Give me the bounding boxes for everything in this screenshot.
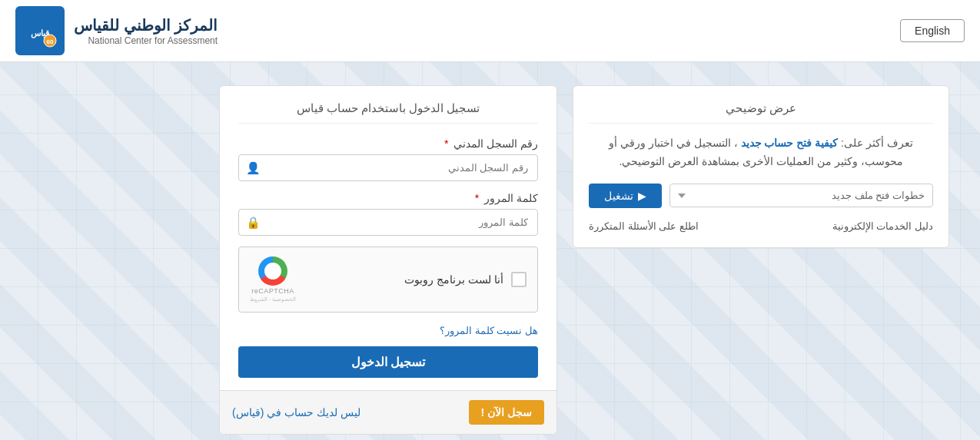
captcha-box: أنا لست برنامج روبوت reCAPTCHA الخصوصية … xyxy=(238,246,538,313)
logo-arabic-name: المركز الوطني للقياس xyxy=(74,15,218,35)
play-icon: ▶ xyxy=(638,190,646,202)
forgot-password-row: هل نسيت كلمة المرور؟ xyxy=(238,323,538,337)
no-account-text: ليس لديك حساب في (قياس) xyxy=(232,406,360,418)
recaptcha-privacy: الخصوصية - الشروط xyxy=(250,296,296,303)
site-header: English المركز الوطني للقياس National Ce… xyxy=(0,0,980,62)
guide-link[interactable]: دليل الخدمات الإلكترونية xyxy=(832,220,933,232)
main-content-area: عرض توضيحي تعرف أكثر على: كيفية فتح حساب… xyxy=(0,62,980,440)
logo-english-name: National Center for Assessment xyxy=(74,35,218,46)
demo-actions-row: ▶ تشغيل خطوات فتح ملف جديد xyxy=(589,184,933,208)
lock-icon: 🔒 xyxy=(246,216,261,230)
captcha-checkbox[interactable] xyxy=(511,272,527,287)
captcha-label: أنا لست برنامج روبوت xyxy=(404,273,503,286)
recaptcha-icon xyxy=(258,256,287,286)
recaptcha-brand: reCAPTCHA xyxy=(251,287,294,295)
person-icon: 👤 xyxy=(246,161,261,175)
national-id-wrapper: 👤 xyxy=(238,154,538,181)
login-panel: تسجيل الدخول باستخدام حساب قياس رقم السج… xyxy=(219,85,557,435)
login-button[interactable]: تسجيل الدخول xyxy=(238,346,538,378)
recaptcha-inner xyxy=(264,263,281,280)
demo-description: تعرف أكثر على: كيفية فتح حساب جديد ، الت… xyxy=(589,134,933,171)
register-bar: سجل الآن ! ليس لديك حساب في (قياس) xyxy=(220,390,556,434)
national-id-input[interactable] xyxy=(238,154,538,181)
demo-video-dropdown[interactable]: خطوات فتح ملف جديد xyxy=(669,184,933,207)
svg-text:60: 60 xyxy=(47,38,54,45)
english-language-button[interactable]: English xyxy=(900,19,965,42)
demo-links-row: دليل الخدمات الإلكترونية اطلع على الأسئل… xyxy=(589,220,933,232)
demo-link-new-account: كيفية فتح حساب جديد xyxy=(741,137,839,149)
no-account-link[interactable]: ليس لديك حساب في (قياس) xyxy=(232,406,360,418)
faq-link[interactable]: اطلع على الأسئلة المتكررة xyxy=(589,220,699,232)
logo-text: المركز الوطني للقياس National Center for… xyxy=(74,15,218,46)
login-panel-title: تسجيل الدخول باستخدام حساب قياس xyxy=(238,101,538,124)
password-label: كلمة المرور * xyxy=(238,192,538,204)
national-id-label: رقم السجل المدني * xyxy=(238,137,538,150)
logo-icon-box: قياس 60 xyxy=(15,6,65,55)
register-now-button[interactable]: سجل الآن ! xyxy=(469,400,544,425)
demo-panel-title: عرض توضيحي xyxy=(589,101,933,124)
password-input[interactable] xyxy=(238,209,538,236)
logo-container: المركز الوطني للقياس National Center for… xyxy=(15,6,218,55)
recaptcha-logo: reCAPTCHA الخصوصية - الشروط xyxy=(250,256,296,303)
captcha-left: أنا لست برنامج روبوت xyxy=(404,272,527,287)
forgot-password-link[interactable]: هل نسيت كلمة المرور؟ xyxy=(440,325,538,336)
password-wrapper: 🔒 xyxy=(238,209,538,236)
demo-panel: عرض توضيحي تعرف أكثر على: كيفية فتح حساب… xyxy=(573,85,949,248)
play-button[interactable]: ▶ تشغيل xyxy=(589,184,662,208)
